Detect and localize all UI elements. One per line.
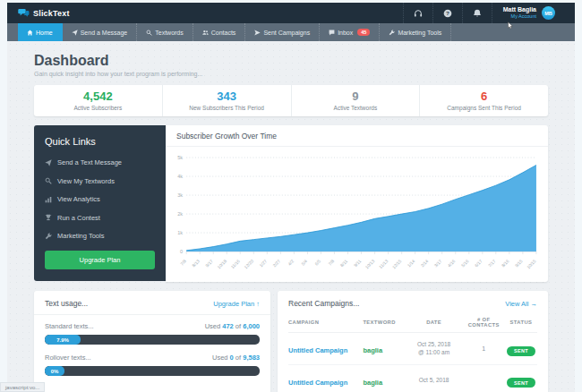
usage-amount: Used 472 of 6,000 [205,322,260,330]
nav-item-send-a-message[interactable]: Send a Message [63,23,138,41]
column-header-textword: TEXTWORD [363,313,405,333]
search-icon [45,177,52,184]
search-icon [146,30,152,36]
status-badge: SENT [507,346,535,356]
svg-text:2/14: 2/14 [420,259,429,268]
nav-item-marketing-tools[interactable]: Marketing Tools [380,23,451,41]
bell-icon-button[interactable] [462,3,492,23]
stat-value: 6 [420,89,548,103]
nav-item-inbox[interactable]: Inbox45 [320,23,380,41]
column-header-campaign: CAMPAIGN [288,313,363,333]
usage-block-rollover-texts-: Rollover texts...Used 0 of 9,5830% [45,354,260,376]
stat-campaigns-sent-this-period[interactable]: 6Campaigns Sent This Period [420,85,548,116]
user-menu[interactable]: Matt Baglia My Account MB [492,3,564,23]
usage-progress-fill: 0% [45,366,64,376]
bar-chart-icon [45,196,52,203]
campaigns-table-header: CAMPAIGNTEXTWORDDATE# OF CONTACTSSTATUS [288,313,537,333]
help-icon: ? [443,9,452,18]
svg-text:2k: 2k [177,211,183,217]
usage-bars: Standard texts...Used 472 of 6,0007.9%Ro… [45,322,260,376]
svg-text:2/27: 2/27 [272,259,281,268]
svg-text:1/14: 1/14 [407,259,415,268]
usage-upgrade-plan-link[interactable]: Upgrade Plan ↑ [213,300,260,308]
svg-text:8/16: 8/16 [501,259,509,268]
svg-text:10/15: 10/15 [526,259,537,269]
brand-name: SlickText [33,9,70,18]
stat-new-subscribers-this-period[interactable]: 343New Subscribers This Period [163,85,292,116]
campaign-name-link[interactable]: Untitled Campaign [288,346,347,354]
nav-item-label: Inbox [338,30,353,36]
svg-text:3k: 3k [177,192,183,198]
campaigns-table: CAMPAIGNTEXTWORDDATE# OF CONTACTSSTATUS … [288,313,537,392]
usage-progress-bar: 7.9% [45,335,260,345]
page-title: Dashboard [34,41,548,69]
support-icon [414,9,423,18]
subscriber-growth-card: Subscriber Growth Over Time 01k2k3k4k5k7… [166,125,548,282]
support-icon-button[interactable] [403,3,432,23]
quick-links-panel: Quick Links Send a Text MessageView My T… [34,125,166,281]
avatar[interactable]: MB [542,6,555,20]
help-icon-button[interactable]: ? [432,3,462,23]
quick-link-view-analytics[interactable]: View Analytics [45,195,155,203]
usage-label: Standard texts... [45,322,94,330]
text-usage-title: Text usage... [45,299,88,308]
nav-item-textwords[interactable]: Textwords [137,23,193,41]
user-name: Matt Baglia [503,6,536,14]
slicktext-app: SlickText ? Matt Baglia My Account MB Ho… [7,3,575,392]
quick-link-label: Send a Text Message [57,158,122,166]
recent-campaigns-card: Recent Campaigns... View All → CAMPAIGNT… [278,291,548,392]
subscriber-growth-chart: 01k2k3k4k5k7/88/139/1710/1811/1612/201/2… [166,147,548,282]
quick-links-list: Send a Text MessageView My TextwordsView… [45,158,155,240]
campaign-name-link[interactable]: Untitled Campaign [288,379,347,387]
nav-item-contacts[interactable]: Contacts [193,23,246,41]
campaign-contacts: 1 [463,333,505,364]
nav-item-label: Textwords [155,30,184,36]
nav-item-label: Home [36,30,53,36]
top-bar: SlickText ? Matt Baglia My Account MB [7,3,575,23]
nav-item-home[interactable]: Home [18,23,63,41]
chat-bubble-logo-icon [18,5,30,21]
recent-campaigns-title: Recent Campaigns... [288,299,359,308]
svg-text:?: ? [446,10,449,16]
campaign-date: Oct 5, 2018 [406,364,463,392]
usage-label: Rollover texts... [45,354,91,362]
quick-link-label: Marketing Tools [57,232,104,240]
quick-link-view-my-textwords[interactable]: View My Textwords [45,177,155,185]
quick-link-label: Run a Contest [57,214,100,222]
svg-text:10/13: 10/13 [364,259,375,269]
stat-active-subscribers[interactable]: 4,542Active Subscribers [34,85,163,116]
svg-text:3/17: 3/17 [433,259,442,268]
column-header--of-contacts: # OF CONTACTS [463,313,505,333]
quick-link-marketing-tools[interactable]: Marketing Tools [45,232,155,240]
quick-link-label: View My Textwords [57,177,115,185]
upgrade-plan-button[interactable]: Upgrade Plan [45,251,155,269]
paper-plane-icon [72,30,78,36]
usage-amount: Used 0 of 9,583 [212,354,260,362]
slicktext-logo[interactable]: SlickText [18,5,70,21]
stat-active-textwords[interactable]: 9Active Textwords [292,85,421,116]
svg-text:0: 0 [180,249,183,254]
stat-label: Active Subscribers [34,105,162,111]
svg-text:5/16: 5/16 [460,259,469,268]
svg-text:1k: 1k [177,230,183,235]
campaign-textword: baglia [363,379,382,387]
quick-link-run-a-contest[interactable]: Run a Contest [45,214,155,222]
area-chart-svg: 01k2k3k4k5k7/88/139/1710/1811/1612/201/2… [171,152,541,277]
bell-icon [473,9,482,18]
inbox-count-badge: 45 [357,29,370,36]
mouse-cursor [507,17,515,25]
view-all-link[interactable]: View All → [505,300,537,308]
svg-text:10/18: 10/18 [217,259,227,269]
campaign-contacts [463,364,505,392]
stat-label: Active Textwords [292,105,420,111]
stat-label: New Subscribers This Period [163,105,291,111]
stats-row: 4,542Active Subscribers343New Subscriber… [34,85,548,116]
quick-links-title: Quick Links [45,136,155,147]
svg-text:4/2: 4/2 [287,259,295,267]
chat-icon [329,30,335,36]
svg-text:11/13: 11/13 [379,259,389,269]
svg-text:7/17: 7/17 [487,259,496,268]
quick-link-send-a-text-message[interactable]: Send a Text Message [45,158,155,166]
nav-item-sent-campaigns[interactable]: Sent Campaigns [245,23,320,41]
usage-progress-bar: 0% [45,366,260,376]
